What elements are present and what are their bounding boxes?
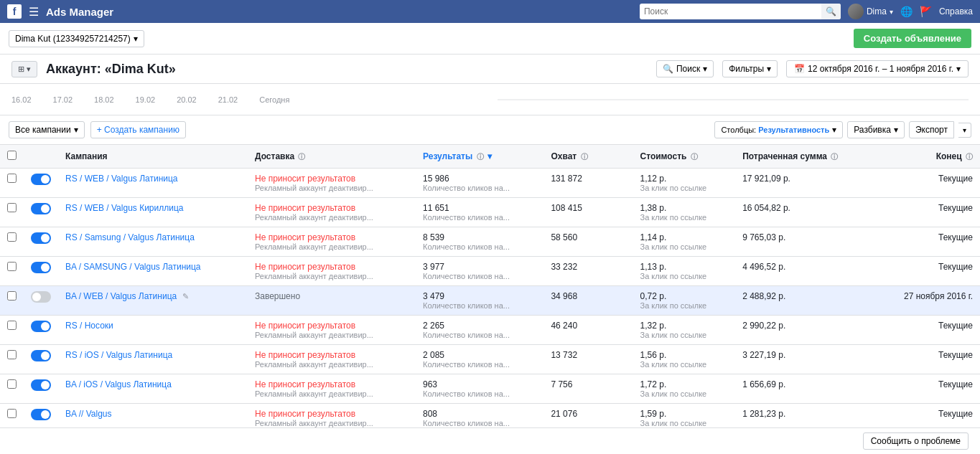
- header-results[interactable]: Результаты ⓘ ▾: [416, 145, 543, 169]
- results-value-7: 2 085: [423, 350, 536, 360]
- header-end: Конец ⓘ: [874, 145, 980, 169]
- export-dropdown-button[interactable]: ▾: [958, 123, 971, 138]
- reach-info-icon[interactable]: ⓘ: [581, 153, 588, 161]
- globe-icon[interactable]: 🌐: [900, 6, 913, 17]
- flag-icon[interactable]: 🚩: [920, 6, 932, 17]
- export-button[interactable]: Экспорт: [909, 121, 954, 138]
- campaign-name-link-6[interactable]: RS / Носоки: [65, 321, 113, 331]
- row-checkbox-4[interactable]: [7, 262, 17, 271]
- edit-icon[interactable]: ✎: [182, 292, 189, 301]
- row-checkbox-cell: [0, 257, 24, 286]
- end-info-icon[interactable]: ⓘ: [966, 153, 973, 161]
- table-body: RS / WEB / Valgus Латиница Не приносит р…: [0, 169, 980, 455]
- create-ad-button[interactable]: Создать объявление: [854, 29, 971, 48]
- results-sub-2: Количество кликов на...: [423, 213, 536, 222]
- row-checkbox-1[interactable]: [7, 174, 17, 183]
- search-dropdown-icon: ▾: [703, 64, 707, 74]
- row-delivery-cell: Не приносит результатов Рекламный аккаун…: [248, 198, 416, 227]
- table-header-row: Кампания Доставка ⓘ Результаты ⓘ ▾ Охват…: [0, 145, 980, 169]
- results-value-8: 963: [423, 379, 536, 389]
- row-results-cell: 2 085 Количество кликов на...: [416, 345, 543, 374]
- campaign-name-link-4[interactable]: BA / SAMSUNG / Valgus Латиница: [65, 262, 201, 272]
- search-button[interactable]: 🔍 Поиск ▾: [656, 60, 714, 77]
- all-campaigns-button[interactable]: Все кампании ▾: [9, 121, 85, 138]
- campaign-name-link-3[interactable]: RS / Samsung / Valgus Латиница: [65, 232, 195, 242]
- row-spent-cell: 4 496,52 р.: [735, 257, 874, 286]
- spent-info-icon[interactable]: ⓘ: [831, 153, 838, 161]
- cost-value-2: 1,38 р.: [640, 203, 729, 213]
- campaign-name-link-7[interactable]: RS / iOS / Valgus Латиница: [65, 350, 172, 360]
- row-checkbox-5[interactable]: [7, 291, 17, 301]
- end-value-3: Текущие: [882, 232, 973, 242]
- campaign-name-link-9[interactable]: BA // Valgus: [65, 409, 111, 419]
- search-submit-button[interactable]: 🔍: [821, 4, 841, 19]
- campaign-toggle-9[interactable]: [31, 409, 51, 420]
- create-campaign-button[interactable]: + Создать кампанию: [90, 121, 186, 138]
- delivery-sub-6: Рекламный аккаунт деактивир...: [255, 331, 409, 339]
- campaign-toggle-8[interactable]: [31, 379, 51, 391]
- end-value-1: Текущие: [882, 174, 973, 184]
- table-row: RS / iOS / Valgus Латиница Не приносит р…: [0, 345, 980, 374]
- row-checkbox-7[interactable]: [7, 350, 17, 359]
- cost-sub-9: За клик по ссылке: [640, 419, 729, 427]
- row-spent-cell: 17 921,09 р.: [735, 169, 874, 198]
- row-checkbox-2[interactable]: [7, 203, 17, 212]
- row-checkbox-cell: [0, 286, 24, 316]
- campaign-toggle-1[interactable]: [31, 174, 51, 185]
- reach-value-9: 21 076: [551, 409, 625, 419]
- results-info-icon[interactable]: ⓘ: [477, 153, 484, 161]
- cost-value-9: 1,59 р.: [640, 409, 729, 419]
- row-checkbox-3[interactable]: [7, 232, 17, 242]
- end-value-6: Текущие: [882, 321, 973, 331]
- date-range-button[interactable]: 📅 12 октября 2016 г. – 1 ноября 2016 г. …: [786, 60, 969, 77]
- row-campaign-cell: RS / WEB / Valgus Латиница: [58, 169, 248, 198]
- campaign-name-link-2[interactable]: RS / WEB / Valgus Кириллица: [65, 203, 183, 213]
- row-checkbox-cell: [0, 169, 24, 198]
- row-cost-cell: 1,72 р. За клик по ссылке: [633, 374, 736, 404]
- user-dropdown-icon[interactable]: ▾: [890, 8, 893, 16]
- campaign-name-link-8[interactable]: BA / iOS / Valgus Латиница: [65, 379, 172, 389]
- campaign-toggle-3[interactable]: [31, 232, 51, 244]
- row-delivery-cell: Завершено: [248, 286, 416, 316]
- cost-info-icon[interactable]: ⓘ: [691, 153, 698, 161]
- select-all-checkbox[interactable]: [7, 151, 17, 160]
- campaign-toggle-6[interactable]: [31, 321, 51, 332]
- row-checkbox-cell: [0, 198, 24, 227]
- row-spent-cell: 3 227,19 р.: [735, 345, 874, 374]
- help-link[interactable]: Справка: [939, 6, 973, 16]
- view-toggle-button[interactable]: ⊞ ▾: [11, 61, 37, 77]
- row-checkbox-6[interactable]: [7, 321, 17, 330]
- breakdown-button[interactable]: Разбивка ▾: [847, 121, 905, 138]
- account-selector[interactable]: Dima Kut (123349257214257) ▾: [9, 30, 144, 47]
- row-reach-cell: 58 560: [543, 227, 633, 257]
- campaign-toggle-2[interactable]: [31, 203, 51, 214]
- campaign-name-link-5[interactable]: BA / WEB / Valgus Латиница: [65, 291, 177, 301]
- campaign-toggle-4[interactable]: [31, 262, 51, 273]
- report-problem-button[interactable]: Сообщить о проблеме: [863, 432, 969, 450]
- hamburger-icon[interactable]: ☰: [29, 5, 39, 19]
- campaign-name-link-1[interactable]: RS / WEB / Valgus Латиница: [65, 174, 178, 184]
- row-delivery-cell: Не приносит результатов Рекламный аккаун…: [248, 227, 416, 257]
- campaign-toggle-7[interactable]: [31, 350, 51, 361]
- row-results-cell: 11 651 Количество кликов на...: [416, 198, 543, 227]
- table-row: RS / Носоки Не приносит результатов Рекл…: [0, 316, 980, 345]
- results-sub-7: Количество кликов на...: [423, 360, 536, 369]
- user-avatar-area[interactable]: Dima ▾: [848, 4, 893, 19]
- row-cost-cell: 1,14 р. За клик по ссылке: [633, 227, 736, 257]
- date-label-6: 21.02: [218, 95, 238, 104]
- results-sub-1: Количество кликов на...: [423, 184, 536, 192]
- avatar: [848, 4, 864, 19]
- results-value-4: 3 977: [423, 262, 536, 272]
- delivery-sub-1: Рекламный аккаунт деактивир...: [255, 184, 409, 192]
- filters-button[interactable]: Фильтры ▾: [722, 60, 778, 77]
- reach-value-7: 13 732: [551, 350, 625, 360]
- row-campaign-cell: BA / WEB / Valgus Латиница ✎: [58, 286, 248, 316]
- delivery-info-icon[interactable]: ⓘ: [298, 153, 305, 161]
- row-end-cell: Текущие: [874, 198, 980, 227]
- columns-button[interactable]: Столбцы: Результативность ▾: [714, 121, 843, 138]
- cost-sub-4: За клик по ссылке: [640, 272, 729, 280]
- search-input[interactable]: [640, 5, 821, 18]
- row-checkbox-8[interactable]: [7, 379, 17, 389]
- row-checkbox-9[interactable]: [7, 409, 17, 418]
- campaign-toggle-5[interactable]: [31, 291, 51, 303]
